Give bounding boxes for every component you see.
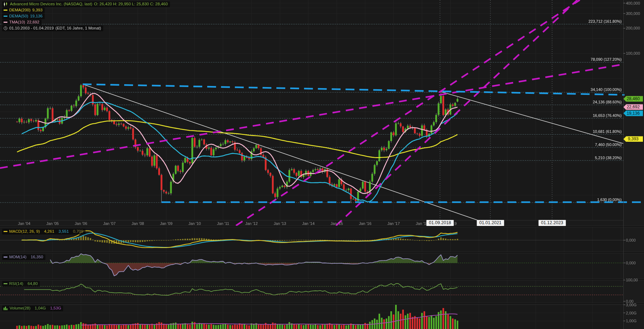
volume-axis-tick: 2,00G (626, 311, 637, 315)
volume-axis-tick: 3,00G (626, 303, 637, 307)
instrument-legend[interactable]: Advanced Micro Devices Inc. (NASDAQ, las… (2, 1, 170, 7)
dema50-value: 19,136 (30, 14, 43, 18)
x-axis-label: Jan '15 (331, 221, 343, 226)
rsi-value: 64,80 (28, 281, 38, 286)
instrument-ohlc: O: 26,420 H: 29,950 L: 25,830 C: 28,460 (94, 2, 168, 6)
x-axis-label: Jan '12 (245, 221, 258, 226)
rsi-axis-tick: 100,00 (626, 278, 638, 282)
x-axis-label: Jan '08 (132, 221, 144, 226)
fib-level-label: 223,712 (161.80%) (588, 19, 622, 23)
date-range-tz: (EDT, 16 Jahre, 1 Monat) (55, 26, 101, 31)
date-range-label: 01.10.2003 - 01.04.2019 (9, 26, 54, 31)
dema200-value: 9,393 (32, 8, 43, 12)
legend-rsi[interactable]: RSI(14) 64,80 (2, 281, 40, 287)
volume-value: 1,04G (35, 306, 46, 311)
tma10-line-icon (4, 22, 7, 23)
macd-value-3: 0,709 (73, 229, 83, 234)
fib-level-label: 10,681 (61.80%) (593, 129, 622, 134)
legend-dema200[interactable]: DEMA(200) 9,393 (2, 7, 45, 13)
chart-canvas[interactable] (0, 0, 644, 329)
price-tag: 28,460 (623, 96, 643, 102)
mom-value: 16,350 (31, 255, 43, 259)
dema50-line-icon (4, 16, 7, 17)
price-axis-tick: 400,000 (626, 1, 640, 5)
mom-line-icon (4, 257, 7, 258)
macd-value-2: 3,551 (59, 229, 69, 234)
fib-level-label: 1,630 (0.00%) (597, 198, 622, 202)
macd-line-icon (4, 231, 7, 232)
legend-tma10[interactable]: TMA(10) 22,692 (2, 20, 42, 25)
legend-volume[interactable]: Volume(28) 1,04G 1,53G (2, 306, 63, 311)
fib-level-label: 5,210 (38.20%) (595, 156, 622, 160)
price-tag: 19,136 (623, 110, 643, 116)
volume-bars-icon (4, 306, 8, 310)
dema50-label: DEMA(50) (9, 14, 28, 18)
price-tag: 22,692 (623, 104, 643, 110)
x-axis-label: Jan '09 (160, 221, 172, 226)
fib-level-label: 78,090 (127.20%) (591, 57, 622, 61)
x-axis-label: Jan '06 (75, 221, 87, 226)
volume-axis-tick: 1,00G (626, 319, 637, 323)
price-tag: 9,393 (623, 136, 643, 142)
rsi-line-icon (4, 283, 7, 284)
volume-label: Volume(28) (10, 306, 31, 311)
x-axis-label: Jan '17 (387, 221, 400, 226)
fib-level-label: 24,136 (88.60%) (593, 100, 622, 104)
date-box[interactable]: 01.01.2021 (477, 220, 504, 226)
x-axis-label: Jan '07 (103, 221, 116, 226)
mom-axis-tick: 0,000 (626, 261, 636, 265)
macd-label: MACD(12, 26, 9) (9, 229, 40, 234)
volume-ma-value: 1,53G (50, 306, 61, 311)
x-axis-label: Jan '05 (46, 221, 59, 226)
price-axis-tick: 200,000 (626, 26, 640, 30)
date-range-legend[interactable]: 01.10.2003 - 01.04.2019 (EDT, 16 Jahre, … (2, 26, 103, 31)
macd-value-1: 4,261 (44, 229, 54, 234)
trading-chart-app: Advanced Micro Devices Inc. (NASDAQ, las… (0, 0, 644, 329)
candlestick-chart-icon (4, 2, 8, 6)
date-box[interactable]: 01.12.2023 (539, 220, 566, 226)
instrument-name: Advanced Micro Devices Inc. (NASDAQ, las… (10, 2, 92, 6)
price-axis-tick: 300,000 (626, 11, 640, 16)
x-axis-label: Jan '04 (18, 221, 30, 226)
fib-level-label: 34,140 (100.00%) (591, 87, 622, 92)
legend-mom[interactable]: MOM(14) 16,350 (2, 254, 45, 260)
x-axis-label: Jan '10 (188, 221, 201, 226)
x-axis-label: Jan '14 (302, 221, 314, 226)
price-axis-tick: 100,000 (626, 51, 640, 55)
fib-level-label: 7,460 (50.00%) (595, 142, 622, 147)
clock-icon (4, 26, 7, 30)
x-axis-label: Jan '13 (274, 221, 286, 226)
tma10-label: TMA(10) (9, 20, 25, 25)
fib-level-label: 16,653 (76.40%) (593, 113, 622, 118)
legend-macd[interactable]: MACD(12, 26, 9) 4,261 3,551 0,709 (2, 229, 86, 234)
legend-dema50[interactable]: DEMA(50) 19,136 (2, 14, 45, 19)
rsi-label: RSI(14) (9, 281, 23, 286)
macd-axis-tick: 0,000 (626, 238, 636, 242)
dema200-label: DEMA(200) (9, 8, 31, 12)
mom-label: MOM(14) (9, 255, 27, 259)
date-box[interactable]: 01.09.2018 (426, 220, 454, 226)
tma10-value: 22,692 (27, 20, 39, 25)
x-axis-label: Jan '11 (217, 221, 229, 226)
x-axis-label: Jan '16 (359, 221, 371, 226)
dema200-line-icon (4, 10, 7, 11)
